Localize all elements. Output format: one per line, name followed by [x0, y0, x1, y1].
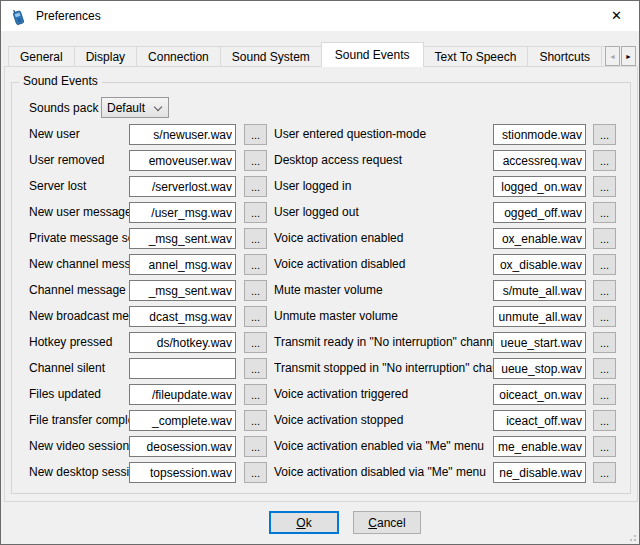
browse-button[interactable]: ... [593, 176, 616, 197]
browse-button[interactable]: ... [593, 410, 616, 431]
browse-button[interactable]: ... [244, 202, 267, 223]
browse-button[interactable]: ... [244, 410, 267, 431]
tab-scroll-right-button[interactable]: ► [621, 46, 636, 66]
sound-event-row: User entered question-mode... [274, 124, 617, 145]
sound-file-input[interactable] [493, 202, 586, 223]
sound-file-input[interactable] [129, 150, 236, 171]
sound-event-row: New broadcast message... [29, 306, 291, 327]
browse-button[interactable]: ... [593, 306, 616, 327]
arrow-right-icon: ► [625, 53, 632, 60]
sound-file-input[interactable] [493, 124, 586, 145]
tab-text-to-speech[interactable]: Text To Speech [423, 46, 529, 67]
browse-button[interactable]: ... [244, 228, 267, 249]
tab-scroll-left-button[interactable]: ◄ [605, 46, 620, 66]
tab-display[interactable]: Display [74, 46, 137, 67]
sound-file-input[interactable] [129, 306, 236, 327]
sound-file-input[interactable] [493, 436, 586, 457]
sound-file-input[interactable] [493, 358, 586, 379]
browse-button[interactable]: ... [593, 358, 616, 379]
sounds-pack-label: Sounds pack [29, 101, 98, 115]
sound-file-input[interactable] [129, 410, 236, 431]
sound-file-input[interactable] [493, 150, 586, 171]
tab-sound-events[interactable]: Sound Events [321, 42, 424, 67]
sound-event-row: Hotkey pressed... [29, 332, 291, 353]
tab-general[interactable]: General [8, 46, 75, 67]
sound-file-input[interactable] [129, 228, 236, 249]
sound-event-row: Voice activation enabled... [274, 228, 617, 249]
sound-file-input[interactable] [129, 254, 236, 275]
browse-button[interactable]: ... [593, 332, 616, 353]
sound-file-input[interactable] [493, 280, 586, 301]
sound-event-row: User logged in... [274, 176, 617, 197]
browse-button[interactable]: ... [593, 462, 616, 483]
groupbox-title: Sound Events [19, 73, 102, 89]
sound-file-input[interactable] [129, 176, 236, 197]
browse-button[interactable]: ... [244, 254, 267, 275]
event-label: Voice activation stopped [274, 413, 403, 427]
browse-button[interactable]: ... [244, 384, 267, 405]
browse-button[interactable]: ... [244, 332, 267, 353]
sound-event-row: Voice activation stopped... [274, 410, 617, 431]
sound-event-row: Private message sent... [29, 228, 291, 249]
sound-file-input[interactable] [493, 410, 586, 431]
event-label: User removed [29, 153, 104, 167]
tab-connection[interactable]: Connection [136, 46, 221, 67]
sound-file-input[interactable] [493, 384, 586, 405]
event-label: New video session [29, 439, 129, 453]
browse-button[interactable]: ... [593, 124, 616, 145]
preferences-dialog: Preferences ✕ GeneralDisplayConnectionSo… [0, 0, 640, 545]
window-title: Preferences [36, 9, 101, 23]
browse-button[interactable]: ... [244, 462, 267, 483]
event-label: User logged out [274, 205, 359, 219]
sound-file-input[interactable] [129, 436, 236, 457]
event-label: Files updated [29, 387, 101, 401]
sound-event-row: Unmute master volume... [274, 306, 617, 327]
sounds-pack-select[interactable]: Default [101, 97, 169, 118]
sound-file-input[interactable] [493, 254, 586, 275]
sound-event-row: User removed... [29, 150, 291, 171]
event-column-right: User entered question-mode...Desktop acc… [274, 124, 617, 483]
sound-file-input[interactable] [129, 462, 236, 483]
browse-button[interactable]: ... [244, 436, 267, 457]
sound-event-row: Channel silent... [29, 358, 291, 379]
tab-shortcuts[interactable]: Shortcuts [527, 46, 602, 67]
tab-sound-system[interactable]: Sound System [220, 46, 322, 67]
sound-event-row: New channel message... [29, 254, 291, 275]
browse-button[interactable]: ... [593, 202, 616, 223]
browse-button[interactable]: ... [244, 306, 267, 327]
sound-event-row: Transmit ready in "No interruption" chan… [274, 332, 617, 353]
resize-grip[interactable] [627, 532, 637, 542]
cancel-button[interactable]: Cancel [353, 511, 421, 534]
browse-button[interactable]: ... [593, 280, 616, 301]
browse-button[interactable]: ... [244, 124, 267, 145]
sound-event-row: New user message... [29, 202, 291, 223]
browse-button[interactable]: ... [244, 150, 267, 171]
event-label: Voice activation enabled [274, 231, 403, 245]
sound-file-input[interactable] [493, 462, 586, 483]
browse-button[interactable]: ... [244, 280, 267, 301]
event-label: Mute master volume [274, 283, 383, 297]
event-label: Hotkey pressed [29, 335, 112, 349]
browse-button[interactable]: ... [593, 254, 616, 275]
browse-button[interactable]: ... [244, 176, 267, 197]
sound-file-input[interactable] [129, 202, 236, 223]
sound-file-input[interactable] [129, 124, 236, 145]
browse-button[interactable]: ... [593, 150, 616, 171]
ok-button[interactable]: Ok [269, 511, 339, 534]
close-button[interactable]: ✕ [594, 1, 639, 30]
sound-file-input[interactable] [493, 306, 586, 327]
sound-file-input[interactable] [493, 228, 586, 249]
browse-button[interactable]: ... [244, 358, 267, 379]
sound-file-input[interactable] [129, 358, 236, 379]
event-label: Transmit stopped in "No interruption" ch… [274, 361, 515, 375]
browse-button[interactable]: ... [593, 436, 616, 457]
sound-event-row: Voice activation enabled via "Me" menu..… [274, 436, 617, 457]
sound-file-input[interactable] [129, 384, 236, 405]
event-column-left: New user...User removed...Server lost...… [29, 124, 291, 483]
browse-button[interactable]: ... [593, 384, 616, 405]
browse-button[interactable]: ... [593, 228, 616, 249]
sound-file-input[interactable] [129, 280, 236, 301]
sound-file-input[interactable] [129, 332, 236, 353]
sound-file-input[interactable] [493, 332, 586, 353]
sound-file-input[interactable] [493, 176, 586, 197]
